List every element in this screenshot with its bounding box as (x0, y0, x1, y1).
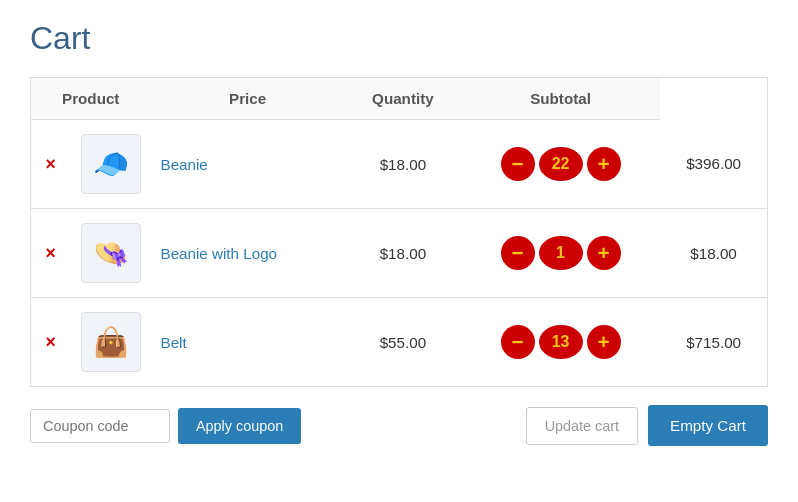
table-row: × 🧢 Beanie $18.00 − 22 + $396.00 (31, 120, 768, 209)
table-row: × 👜 Belt $55.00 − 13 + $715.00 (31, 298, 768, 387)
remove-cell-beanie[interactable]: × (31, 120, 71, 209)
qty-cell-beanie: − 22 + (461, 120, 660, 209)
remove-icon-beanie-logo[interactable]: × (46, 243, 56, 263)
col-header-quantity: Quantity (345, 78, 461, 120)
update-cart-button[interactable]: Update cart (526, 407, 638, 445)
qty-decrease-beanie[interactable]: − (501, 147, 535, 181)
col-header-product: Product (31, 78, 151, 120)
cart-actions: Apply coupon Update cart Empty Cart (30, 391, 768, 446)
empty-cart-button[interactable]: Empty Cart (648, 405, 768, 446)
apply-coupon-button[interactable]: Apply coupon (178, 408, 301, 444)
product-price-beanie: $18.00 (345, 120, 461, 209)
product-name-beanie-logo: Beanie with Logo (151, 209, 345, 298)
remove-cell-belt[interactable]: × (31, 298, 71, 387)
qty-value-beanie: 22 (539, 147, 583, 181)
remove-icon-beanie[interactable]: × (46, 154, 56, 174)
image-cell-beanie: 🧢 (71, 120, 151, 209)
product-name-beanie: Beanie (151, 120, 345, 209)
qty-cell-belt: − 13 + (461, 298, 660, 387)
coupon-input[interactable] (30, 409, 170, 443)
product-image-belt: 👜 (81, 312, 141, 372)
qty-increase-beanie-logo[interactable]: + (587, 236, 621, 270)
page-title: Cart (30, 20, 768, 57)
product-name-belt: Belt (151, 298, 345, 387)
qty-increase-belt[interactable]: + (587, 325, 621, 359)
product-image-beanie-logo: 👒 (81, 223, 141, 283)
qty-cell-beanie-logo: − 1 + (461, 209, 660, 298)
col-header-price: Price (151, 78, 345, 120)
qty-decrease-belt[interactable]: − (501, 325, 535, 359)
subtotal-beanie: $396.00 (660, 120, 767, 209)
image-cell-belt: 👜 (71, 298, 151, 387)
right-actions: Update cart Empty Cart (526, 405, 768, 446)
qty-value-beanie-logo: 1 (539, 236, 583, 270)
qty-decrease-beanie-logo[interactable]: − (501, 236, 535, 270)
subtotal-beanie-logo: $18.00 (660, 209, 767, 298)
col-header-subtotal: Subtotal (461, 78, 660, 120)
image-cell-beanie-logo: 👒 (71, 209, 151, 298)
remove-cell-beanie-logo[interactable]: × (31, 209, 71, 298)
qty-value-belt: 13 (539, 325, 583, 359)
product-price-belt: $55.00 (345, 298, 461, 387)
product-price-beanie-logo: $18.00 (345, 209, 461, 298)
qty-increase-beanie[interactable]: + (587, 147, 621, 181)
table-row: × 👒 Beanie with Logo $18.00 − 1 + $18.00 (31, 209, 768, 298)
remove-icon-belt[interactable]: × (46, 332, 56, 352)
subtotal-belt: $715.00 (660, 298, 767, 387)
product-image-beanie: 🧢 (81, 134, 141, 194)
coupon-section: Apply coupon (30, 408, 301, 444)
cart-table: Product Price Quantity Subtotal × 🧢 Bean… (30, 77, 768, 387)
